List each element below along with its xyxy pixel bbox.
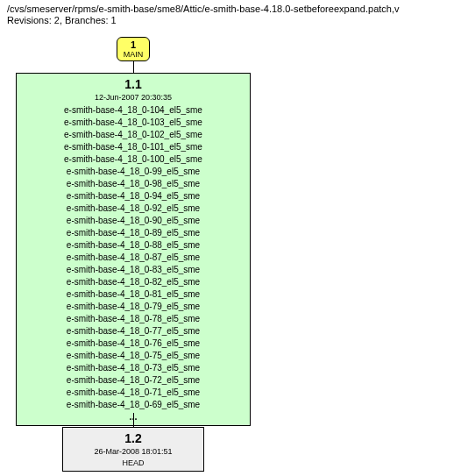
tag-item: e-smith-base-4_18_0-75_el5_sme (22, 350, 245, 362)
revision-count: Revisions: 2, Branches: 1 (7, 15, 468, 25)
tag-item: e-smith-base-4_18_0-104_el5_sme (22, 104, 245, 117)
revision-date: 12-Jun-2007 20:30:35 (22, 93, 245, 102)
tag-item: e-smith-base-4_18_0-72_el5_sme (22, 374, 245, 387)
tag-item: e-smith-base-4_18_0-94_el5_sme (22, 190, 245, 202)
tag-item: e-smith-base-4_18_0-79_el5_sme (22, 301, 245, 313)
revision-box-2[interactable]: 1.2 26-Mar-2008 18:01:51 HEAD (62, 427, 204, 472)
revision-date: 26-Mar-2008 18:01:51 (68, 447, 198, 456)
tag-item: e-smith-base-4_18_0-73_el5_sme (22, 362, 245, 374)
tag-item: e-smith-base-4_18_0-101_el5_sme (22, 141, 245, 153)
connector-line (133, 413, 134, 427)
tag-item: e-smith-base-4_18_0-88_el5_sme (22, 239, 245, 252)
tag-item: e-smith-base-4_18_0-77_el5_sme (22, 325, 245, 337)
revision-number: 1.1 (22, 77, 245, 91)
file-path: /cvs/smeserver/rpms/e-smith-base/sme8/At… (7, 4, 468, 14)
tag-item: e-smith-base-4_18_0-71_el5_sme (22, 387, 245, 399)
revision-number: 1.2 (68, 431, 198, 445)
tag-item: e-smith-base-4_18_0-89_el5_sme (22, 227, 245, 239)
revision-box-1[interactable]: 1.1 12-Jun-2007 20:30:35 e-smith-base-4_… (16, 73, 251, 426)
tag-item: e-smith-base-4_18_0-81_el5_sme (22, 288, 245, 301)
header: /cvs/smeserver/rpms/e-smith-base/sme8/At… (0, 0, 475, 29)
tag-item: e-smith-base-4_18_0-82_el5_sme (22, 276, 245, 288)
tag-item: e-smith-base-4_18_0-99_el5_sme (22, 166, 245, 178)
tag-item: e-smith-base-4_18_0-103_el5_sme (22, 117, 245, 129)
tag-item: e-smith-base-4_18_0-87_el5_sme (22, 252, 245, 264)
tag-list: e-smith-base-4_18_0-104_el5_sme e-smith-… (22, 104, 245, 411)
revision-diagram: 1 MAIN 1.1 12-Jun-2007 20:30:35 e-smith-… (0, 32, 475, 462)
tag-item: e-smith-base-4_18_0-92_el5_sme (22, 202, 245, 215)
connector-line (133, 61, 134, 73)
tag-item: e-smith-base-4_18_0-98_el5_sme (22, 178, 245, 190)
tag-item: e-smith-base-4_18_0-100_el5_sme (22, 153, 245, 166)
tag-item: e-smith-base-4_18_0-102_el5_sme (22, 129, 245, 141)
tag-item: e-smith-base-4_18_0-78_el5_sme (22, 313, 245, 325)
branch-node[interactable]: 1 MAIN (117, 37, 150, 61)
tag-item: e-smith-base-4_18_0-90_el5_sme (22, 215, 245, 227)
branch-number: 1 (121, 39, 145, 50)
tag-item: e-smith-base-4_18_0-76_el5_sme (22, 337, 245, 350)
tag-item: e-smith-base-4_18_0-69_el5_sme (22, 399, 245, 411)
branch-label: MAIN (121, 50, 145, 59)
head-label: HEAD (68, 458, 198, 467)
tag-item: e-smith-base-4_18_0-83_el5_sme (22, 264, 245, 276)
